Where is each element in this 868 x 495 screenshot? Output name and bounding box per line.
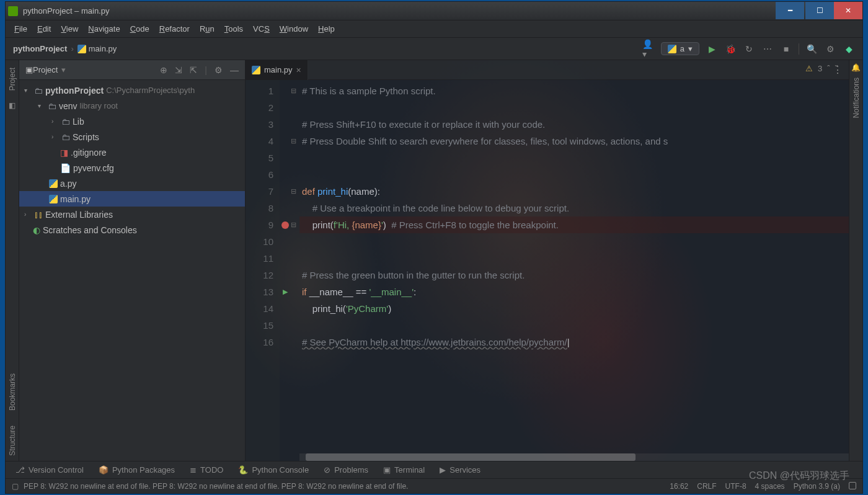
profile-button[interactable]: ⋯	[761, 43, 774, 55]
folder-icon: ▣	[25, 65, 33, 74]
locate-icon[interactable]: ⊕	[160, 65, 167, 75]
code-editor[interactable]: 12345678910111213141516 ▶ ⊟⊟⊟⊟ # This is…	[246, 80, 849, 461]
python-icon	[78, 45, 86, 53]
hide-icon[interactable]: —	[230, 65, 239, 75]
run-coverage-button[interactable]: ↻	[743, 43, 755, 55]
minimize-button[interactable]: ━	[776, 2, 804, 19]
tree-apy[interactable]: a.py	[19, 176, 245, 191]
python-icon	[668, 45, 676, 53]
bottom-toolbar: ⎇ Version Control 📦 Python Packages ≣ TO…	[6, 461, 862, 478]
tree-scratches[interactable]: ◐ Scratches and Consoles	[19, 222, 245, 238]
project-panel-title: Project	[33, 65, 58, 74]
editor-tabbar: main.py × ⋮	[246, 60, 849, 80]
crumb-file[interactable]: main.py	[78, 44, 117, 53]
menu-help[interactable]: Help	[314, 23, 339, 35]
tree-lib[interactable]: ›🗀 Lib	[19, 114, 245, 129]
cursor-position[interactable]: 16:62	[670, 482, 688, 491]
horizontal-scrollbar[interactable]	[299, 453, 849, 461]
run-button[interactable]: ▶	[706, 43, 718, 55]
breakpoint-gutter[interactable]: ▶	[280, 80, 291, 461]
user-icon[interactable]: 👤▾	[642, 43, 655, 55]
menu-view[interactable]: View	[57, 23, 82, 35]
expand-icon[interactable]: ⇲	[175, 65, 182, 75]
plugins-icon[interactable]: ◆	[843, 43, 855, 55]
encoding[interactable]: UTF-8	[725, 482, 746, 491]
line-separator[interactable]: CRLF	[697, 482, 716, 491]
code-content[interactable]: # This is a sample Python script. # Pres…	[299, 80, 849, 461]
gear-icon[interactable]: ⚙	[215, 65, 223, 75]
tree-external-libs[interactable]: ›⫿⫿ External Libraries	[19, 207, 245, 222]
python-icon	[49, 179, 58, 188]
tree-gitignore[interactable]: ◨ .gitignore	[19, 145, 245, 160]
warning-count: 3	[818, 64, 822, 73]
services-tab[interactable]: ▶ Services	[440, 465, 480, 475]
bookmarks-tool-tab[interactable]: Bookmarks	[7, 368, 18, 416]
terminal-tab[interactable]: ▣ Terminal	[383, 465, 425, 475]
status-bar: ▢ PEP 8: W292 no newline at end of file.…	[6, 478, 862, 493]
menu-tools[interactable]: Tools	[221, 23, 247, 35]
search-icon[interactable]: 🔍	[805, 43, 818, 55]
menu-edit[interactable]: Edit	[33, 23, 55, 35]
editor-area: main.py × ⋮ ⚠ 3 ˆ ˇ 12345678910111213141…	[246, 60, 849, 461]
tree-mainpy[interactable]: main.py	[19, 191, 245, 207]
structure-tool-tab[interactable]: Structure	[7, 421, 18, 461]
python-icon	[252, 66, 260, 74]
line-numbers: 12345678910111213141516	[246, 80, 280, 461]
prev-highlight-icon[interactable]: ˆ	[827, 64, 830, 73]
menu-refactor[interactable]: Refactor	[156, 23, 193, 35]
crumb-sep-icon: ›	[71, 44, 73, 53]
tree-root[interactable]: ▾🗀 pythonProject C:\PycharmProjects\pyth	[19, 82, 245, 98]
editor-inspection-widget[interactable]: ⚠ 3 ˆ ˇ	[805, 64, 838, 73]
menu-vcs[interactable]: VCS	[249, 23, 273, 35]
bell-icon[interactable]: 🔔	[851, 63, 861, 73]
app-icon	[8, 6, 18, 16]
lock-icon[interactable]	[849, 482, 856, 489]
stop-button[interactable]: ■	[780, 43, 792, 55]
problems-tab[interactable]: ⊘ Problems	[324, 465, 368, 475]
fold-gutter[interactable]: ⊟⊟⊟⊟	[291, 80, 299, 461]
project-panel: ▣ Project ▾ ⊕ ⇲ ⇱ | ⚙ — ▾🗀 pythonProject…	[19, 60, 246, 461]
titlebar: pythonProject – main.py ━ ☐ ✕	[6, 2, 862, 20]
menu-file[interactable]: File	[11, 23, 31, 35]
project-panel-header: ▣ Project ▾ ⊕ ⇲ ⇱ | ⚙ —	[19, 60, 245, 80]
tree-venv[interactable]: ▾🗀 venv library root	[19, 98, 245, 114]
tree-pyvenv[interactable]: 📄 pyvenv.cfg	[19, 160, 245, 176]
debug-button[interactable]: 🐞	[724, 43, 737, 55]
commit-icon[interactable]: ◧	[7, 100, 17, 110]
project-tree[interactable]: ▾🗀 pythonProject C:\PycharmProjects\pyth…	[19, 80, 245, 461]
ide-window: pythonProject – main.py ━ ☐ ✕ File Edit …	[5, 1, 863, 494]
menu-run[interactable]: Run	[196, 23, 218, 35]
window-title: pythonProject – main.py	[23, 6, 109, 16]
status-icon[interactable]: ▢	[12, 482, 19, 491]
chevron-down-icon[interactable]: ▾	[61, 65, 66, 74]
breakpoint-icon[interactable]	[281, 221, 289, 229]
python-console-tab[interactable]: 🐍 Python Console	[238, 465, 309, 475]
editor-tab-mainpy[interactable]: main.py ×	[246, 60, 308, 80]
menu-code[interactable]: Code	[126, 23, 153, 35]
collapse-icon[interactable]: ⇱	[190, 65, 197, 75]
python-icon	[49, 195, 58, 203]
close-button[interactable]: ✕	[834, 2, 862, 19]
project-tool-tab[interactable]: Project	[7, 63, 18, 96]
menu-navigate[interactable]: Navigate	[84, 23, 123, 35]
todo-tab[interactable]: ≣ TODO	[190, 465, 223, 475]
status-message: PEP 8: W292 no newline at end of file. P…	[24, 482, 408, 491]
packages-tab[interactable]: 📦 Python Packages	[99, 465, 175, 475]
settings-icon[interactable]: ⚙	[824, 43, 836, 55]
run-gutter-icon[interactable]: ▶	[283, 288, 288, 296]
menubar: File Edit View Navigate Code Refactor Ru…	[6, 20, 862, 38]
notifications-tool-tab[interactable]: Notifications	[851, 73, 862, 123]
vcs-tab[interactable]: ⎇ Version Control	[16, 465, 84, 475]
navigation-bar: pythonProject › main.py 👤▾ a ▾ ▶ 🐞 ↻ ⋯ ■…	[6, 38, 862, 60]
run-config-selector[interactable]: a ▾	[661, 42, 699, 55]
maximize-button[interactable]: ☐	[805, 2, 834, 19]
right-tool-gutter: 🔔 Notifications	[849, 60, 862, 461]
interpreter[interactable]: Python 3.9 (a)	[794, 482, 840, 491]
tree-scripts[interactable]: ›🗀 Scripts	[19, 129, 245, 145]
crumb-project[interactable]: pythonProject	[13, 44, 67, 53]
menu-window[interactable]: Window	[276, 23, 312, 35]
next-highlight-icon[interactable]: ˇ	[835, 64, 838, 73]
watermark: CSDN @代码羽球选手	[749, 470, 849, 483]
close-tab-icon[interactable]: ×	[296, 65, 301, 75]
indent[interactable]: 4 spaces	[755, 482, 785, 491]
